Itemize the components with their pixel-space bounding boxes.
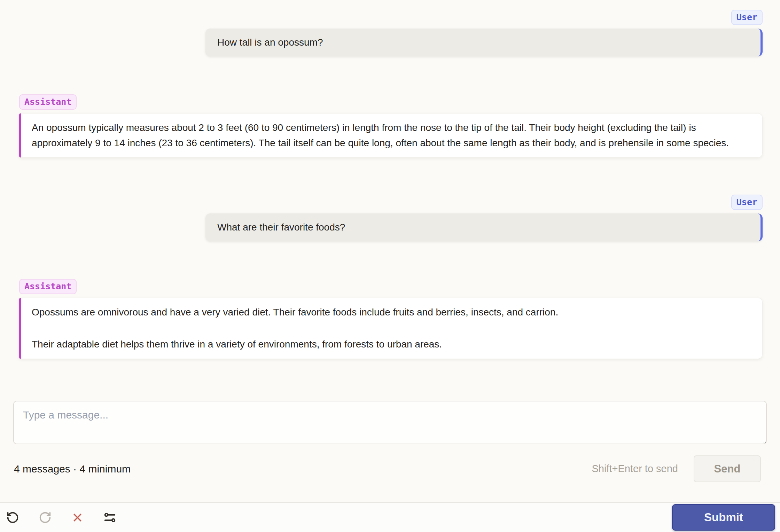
- composer: [0, 401, 780, 444]
- assistant-message-bubble: Opossums are omnivorous and have a very …: [19, 298, 763, 359]
- redo-icon: [39, 511, 52, 524]
- message-header: User: [19, 195, 763, 210]
- send-button[interactable]: Send: [694, 455, 761, 482]
- message-paragraph: Opossums are omnivorous and have a very …: [32, 305, 752, 320]
- assistant-role-badge: Assistant: [19, 279, 77, 294]
- message-group-user: User How tall is an opossum?: [19, 10, 763, 56]
- chat-area: User How tall is an opossum? Assistant A…: [0, 0, 780, 359]
- message-paragraph: Their adaptable diet helps them thrive i…: [32, 337, 752, 352]
- message-count-status: 4 messages · 4 minimum: [14, 463, 131, 475]
- chat-panel: User How tall is an opossum? Assistant A…: [0, 0, 780, 502]
- assistant-role-badge: Assistant: [19, 94, 77, 110]
- settings-button[interactable]: [102, 510, 117, 525]
- send-hint: Shift+Enter to send: [592, 463, 678, 475]
- sliders-icon: [103, 511, 116, 524]
- message-group-assistant: Assistant Opossums are omnivorous and ha…: [19, 279, 763, 359]
- clear-button[interactable]: [70, 510, 85, 525]
- user-role-badge: User: [731, 10, 763, 25]
- bottom-toolbar: Submit: [0, 502, 780, 532]
- user-message-bubble: What are their favorite foods?: [205, 213, 763, 241]
- message-header: Assistant: [19, 279, 763, 294]
- message-header: Assistant: [19, 94, 763, 110]
- user-role-badge: User: [731, 195, 763, 210]
- user-message-bubble: How tall is an opossum?: [205, 29, 763, 56]
- message-paragraph: An opossum typically measures about 2 to…: [32, 120, 752, 151]
- undo-icon: [6, 511, 19, 524]
- message-text: How tall is an opossum?: [217, 37, 323, 48]
- message-header: User: [19, 10, 763, 25]
- assistant-message-bubble: An opossum typically measures about 2 to…: [19, 113, 763, 158]
- message-group-assistant: Assistant An opossum typically measures …: [19, 94, 763, 158]
- close-icon: [71, 511, 84, 524]
- message-text: What are their favorite foods?: [217, 222, 345, 233]
- message-group-user: User What are their favorite foods?: [19, 195, 763, 241]
- submit-button[interactable]: Submit: [672, 504, 775, 531]
- message-input[interactable]: [13, 401, 767, 444]
- composer-status-row: 4 messages · 4 minimum Shift+Enter to se…: [0, 455, 780, 482]
- undo-button[interactable]: [5, 510, 20, 525]
- redo-button[interactable]: [37, 510, 53, 525]
